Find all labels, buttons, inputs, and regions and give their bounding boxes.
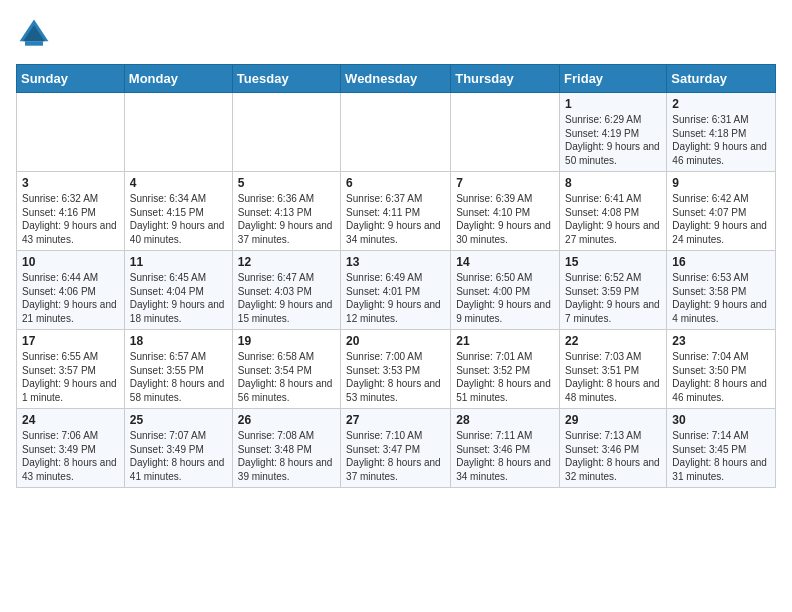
week-row-4: 17Sunrise: 6:55 AM Sunset: 3:57 PM Dayli…	[17, 330, 776, 409]
calendar-cell: 5Sunrise: 6:36 AM Sunset: 4:13 PM Daylig…	[232, 172, 340, 251]
day-info: Sunrise: 7:03 AM Sunset: 3:51 PM Dayligh…	[565, 350, 661, 404]
day-info: Sunrise: 6:36 AM Sunset: 4:13 PM Dayligh…	[238, 192, 335, 246]
day-number: 26	[238, 413, 335, 427]
day-info: Sunrise: 7:07 AM Sunset: 3:49 PM Dayligh…	[130, 429, 227, 483]
column-header-monday: Monday	[124, 65, 232, 93]
calendar-cell: 30Sunrise: 7:14 AM Sunset: 3:45 PM Dayli…	[667, 409, 776, 488]
calendar-cell: 12Sunrise: 6:47 AM Sunset: 4:03 PM Dayli…	[232, 251, 340, 330]
calendar-cell	[124, 93, 232, 172]
calendar-cell: 1Sunrise: 6:29 AM Sunset: 4:19 PM Daylig…	[560, 93, 667, 172]
day-number: 9	[672, 176, 770, 190]
day-info: Sunrise: 6:32 AM Sunset: 4:16 PM Dayligh…	[22, 192, 119, 246]
day-number: 21	[456, 334, 554, 348]
day-info: Sunrise: 6:49 AM Sunset: 4:01 PM Dayligh…	[346, 271, 445, 325]
calendar-cell: 6Sunrise: 6:37 AM Sunset: 4:11 PM Daylig…	[341, 172, 451, 251]
day-number: 27	[346, 413, 445, 427]
day-number: 7	[456, 176, 554, 190]
day-number: 3	[22, 176, 119, 190]
day-info: Sunrise: 6:29 AM Sunset: 4:19 PM Dayligh…	[565, 113, 661, 167]
day-info: Sunrise: 6:39 AM Sunset: 4:10 PM Dayligh…	[456, 192, 554, 246]
day-info: Sunrise: 7:14 AM Sunset: 3:45 PM Dayligh…	[672, 429, 770, 483]
calendar-cell: 25Sunrise: 7:07 AM Sunset: 3:49 PM Dayli…	[124, 409, 232, 488]
column-header-tuesday: Tuesday	[232, 65, 340, 93]
calendar-cell: 16Sunrise: 6:53 AM Sunset: 3:58 PM Dayli…	[667, 251, 776, 330]
day-info: Sunrise: 7:00 AM Sunset: 3:53 PM Dayligh…	[346, 350, 445, 404]
calendar-header: SundayMondayTuesdayWednesdayThursdayFrid…	[17, 65, 776, 93]
calendar-cell: 29Sunrise: 7:13 AM Sunset: 3:46 PM Dayli…	[560, 409, 667, 488]
day-info: Sunrise: 7:13 AM Sunset: 3:46 PM Dayligh…	[565, 429, 661, 483]
column-header-wednesday: Wednesday	[341, 65, 451, 93]
calendar-cell	[232, 93, 340, 172]
column-header-thursday: Thursday	[451, 65, 560, 93]
day-number: 17	[22, 334, 119, 348]
logo	[16, 16, 56, 52]
calendar-cell: 13Sunrise: 6:49 AM Sunset: 4:01 PM Dayli…	[341, 251, 451, 330]
day-number: 5	[238, 176, 335, 190]
calendar-cell: 27Sunrise: 7:10 AM Sunset: 3:47 PM Dayli…	[341, 409, 451, 488]
day-number: 19	[238, 334, 335, 348]
day-number: 23	[672, 334, 770, 348]
svg-rect-2	[25, 41, 43, 46]
calendar-cell: 2Sunrise: 6:31 AM Sunset: 4:18 PM Daylig…	[667, 93, 776, 172]
day-number: 16	[672, 255, 770, 269]
calendar-cell: 11Sunrise: 6:45 AM Sunset: 4:04 PM Dayli…	[124, 251, 232, 330]
calendar-cell	[451, 93, 560, 172]
day-number: 28	[456, 413, 554, 427]
calendar-cell: 4Sunrise: 6:34 AM Sunset: 4:15 PM Daylig…	[124, 172, 232, 251]
calendar-cell: 10Sunrise: 6:44 AM Sunset: 4:06 PM Dayli…	[17, 251, 125, 330]
calendar-cell: 20Sunrise: 7:00 AM Sunset: 3:53 PM Dayli…	[341, 330, 451, 409]
day-info: Sunrise: 6:50 AM Sunset: 4:00 PM Dayligh…	[456, 271, 554, 325]
day-number: 8	[565, 176, 661, 190]
day-number: 10	[22, 255, 119, 269]
day-info: Sunrise: 6:53 AM Sunset: 3:58 PM Dayligh…	[672, 271, 770, 325]
column-header-sunday: Sunday	[17, 65, 125, 93]
calendar-cell	[341, 93, 451, 172]
calendar-cell: 26Sunrise: 7:08 AM Sunset: 3:48 PM Dayli…	[232, 409, 340, 488]
day-number: 2	[672, 97, 770, 111]
day-number: 13	[346, 255, 445, 269]
calendar-cell: 14Sunrise: 6:50 AM Sunset: 4:00 PM Dayli…	[451, 251, 560, 330]
day-number: 15	[565, 255, 661, 269]
day-info: Sunrise: 6:42 AM Sunset: 4:07 PM Dayligh…	[672, 192, 770, 246]
calendar-cell	[17, 93, 125, 172]
day-number: 12	[238, 255, 335, 269]
calendar-cell: 8Sunrise: 6:41 AM Sunset: 4:08 PM Daylig…	[560, 172, 667, 251]
day-info: Sunrise: 6:52 AM Sunset: 3:59 PM Dayligh…	[565, 271, 661, 325]
calendar-cell: 24Sunrise: 7:06 AM Sunset: 3:49 PM Dayli…	[17, 409, 125, 488]
calendar-cell: 18Sunrise: 6:57 AM Sunset: 3:55 PM Dayli…	[124, 330, 232, 409]
calendar-cell: 23Sunrise: 7:04 AM Sunset: 3:50 PM Dayli…	[667, 330, 776, 409]
week-row-3: 10Sunrise: 6:44 AM Sunset: 4:06 PM Dayli…	[17, 251, 776, 330]
day-number: 6	[346, 176, 445, 190]
day-number: 18	[130, 334, 227, 348]
logo-icon	[16, 16, 52, 52]
day-info: Sunrise: 7:06 AM Sunset: 3:49 PM Dayligh…	[22, 429, 119, 483]
day-number: 22	[565, 334, 661, 348]
calendar-cell: 21Sunrise: 7:01 AM Sunset: 3:52 PM Dayli…	[451, 330, 560, 409]
day-info: Sunrise: 6:37 AM Sunset: 4:11 PM Dayligh…	[346, 192, 445, 246]
column-header-saturday: Saturday	[667, 65, 776, 93]
column-header-friday: Friday	[560, 65, 667, 93]
day-info: Sunrise: 7:08 AM Sunset: 3:48 PM Dayligh…	[238, 429, 335, 483]
day-info: Sunrise: 6:45 AM Sunset: 4:04 PM Dayligh…	[130, 271, 227, 325]
day-info: Sunrise: 6:34 AM Sunset: 4:15 PM Dayligh…	[130, 192, 227, 246]
calendar-cell: 3Sunrise: 6:32 AM Sunset: 4:16 PM Daylig…	[17, 172, 125, 251]
day-info: Sunrise: 7:04 AM Sunset: 3:50 PM Dayligh…	[672, 350, 770, 404]
header	[16, 16, 776, 52]
calendar-cell: 15Sunrise: 6:52 AM Sunset: 3:59 PM Dayli…	[560, 251, 667, 330]
calendar-cell: 7Sunrise: 6:39 AM Sunset: 4:10 PM Daylig…	[451, 172, 560, 251]
day-number: 29	[565, 413, 661, 427]
day-info: Sunrise: 6:55 AM Sunset: 3:57 PM Dayligh…	[22, 350, 119, 404]
day-number: 20	[346, 334, 445, 348]
calendar-cell: 28Sunrise: 7:11 AM Sunset: 3:46 PM Dayli…	[451, 409, 560, 488]
day-info: Sunrise: 6:57 AM Sunset: 3:55 PM Dayligh…	[130, 350, 227, 404]
week-row-2: 3Sunrise: 6:32 AM Sunset: 4:16 PM Daylig…	[17, 172, 776, 251]
day-number: 14	[456, 255, 554, 269]
calendar-cell: 19Sunrise: 6:58 AM Sunset: 3:54 PM Dayli…	[232, 330, 340, 409]
day-number: 4	[130, 176, 227, 190]
calendar-cell: 22Sunrise: 7:03 AM Sunset: 3:51 PM Dayli…	[560, 330, 667, 409]
calendar-table: SundayMondayTuesdayWednesdayThursdayFrid…	[16, 64, 776, 488]
day-info: Sunrise: 7:11 AM Sunset: 3:46 PM Dayligh…	[456, 429, 554, 483]
day-info: Sunrise: 6:58 AM Sunset: 3:54 PM Dayligh…	[238, 350, 335, 404]
calendar-cell: 9Sunrise: 6:42 AM Sunset: 4:07 PM Daylig…	[667, 172, 776, 251]
day-number: 30	[672, 413, 770, 427]
